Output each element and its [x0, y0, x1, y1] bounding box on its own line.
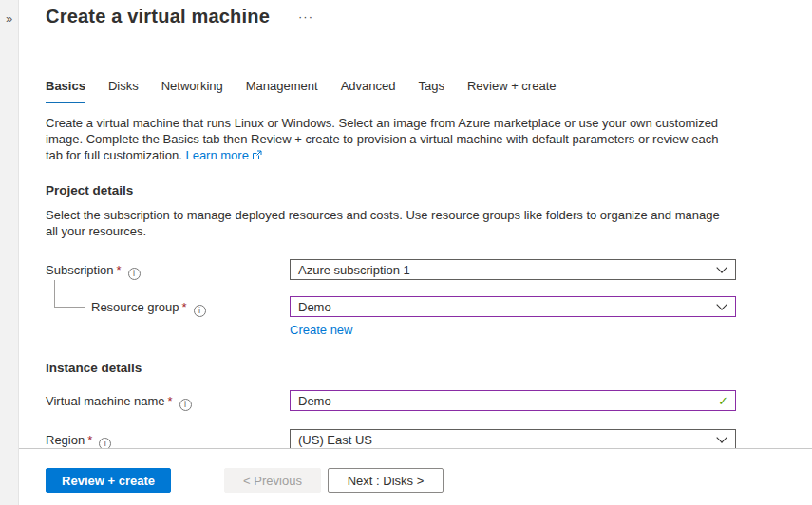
vm-name-field: ✓	[290, 390, 736, 411]
blade-header: Create a virtual machine ···	[46, 6, 812, 28]
next-disks-button[interactable]: Next : Disks >	[328, 468, 444, 493]
intro-paragraph: Create a virtual machine that runs Linux…	[46, 116, 719, 162]
region-label-text: Region	[46, 433, 85, 447]
validation-check-icon: ✓	[718, 394, 728, 408]
create-vm-blade: Create a virtual machine ··· Basics Disk…	[19, 0, 812, 448]
vm-name-input[interactable]	[291, 391, 735, 410]
project-details-description: Select the subscription to manage deploy…	[46, 207, 735, 239]
review-create-button[interactable]: Review + create	[46, 468, 171, 493]
tab-review-create[interactable]: Review + create	[467, 79, 557, 103]
vm-name-row: Virtual machine name*i ✓	[46, 390, 812, 411]
chevron-down-icon	[716, 262, 727, 272]
tab-disks[interactable]: Disks	[108, 79, 139, 103]
resource-group-value: Demo	[298, 300, 718, 314]
subscription-label: Subscription*i	[46, 259, 290, 280]
tab-strip: Basics Disks Networking Management Advan…	[46, 79, 812, 103]
region-label: Region*i	[46, 429, 290, 448]
intro-text: Create a virtual machine that runs Linux…	[46, 115, 735, 164]
external-link-icon	[252, 148, 262, 164]
tab-tags[interactable]: Tags	[418, 79, 444, 103]
tab-advanced[interactable]: Advanced	[341, 79, 396, 103]
resource-group-label-text: Resource group	[91, 300, 179, 314]
required-asterisk: *	[182, 300, 187, 314]
page-title: Create a virtual machine	[46, 6, 270, 28]
region-select[interactable]: (US) East US	[290, 429, 736, 448]
learn-more-link[interactable]: Learn more	[185, 148, 248, 162]
more-options-icon[interactable]: ···	[294, 10, 317, 24]
blade-footer: Review + create < Previous Next : Disks …	[19, 448, 812, 505]
subscription-row: Subscription*i Azure subscription 1	[46, 259, 812, 280]
info-icon[interactable]: i	[99, 438, 111, 449]
instance-details-heading: Instance details	[46, 361, 812, 375]
tab-basics[interactable]: Basics	[46, 79, 85, 103]
resource-group-row: Resource group*i Demo Create new	[46, 296, 812, 338]
tree-connector-line	[54, 280, 85, 308]
required-asterisk: *	[87, 433, 92, 447]
vm-name-label: Virtual machine name*i	[46, 390, 290, 411]
resource-group-select[interactable]: Demo	[290, 296, 736, 317]
info-icon[interactable]: i	[128, 268, 141, 280]
required-asterisk: *	[117, 263, 122, 277]
project-details-heading: Project details	[46, 183, 812, 197]
subscription-value: Azure subscription 1	[298, 263, 718, 277]
region-row: Region*i (US) East US	[46, 429, 812, 448]
required-asterisk: *	[168, 394, 173, 408]
info-icon[interactable]: i	[179, 399, 192, 411]
create-new-resource-group-link[interactable]: Create new	[290, 323, 352, 337]
chevron-down-icon	[716, 299, 727, 309]
vm-name-label-text: Virtual machine name	[46, 394, 165, 408]
previous-button: < Previous	[224, 468, 321, 493]
chevron-down-icon	[716, 432, 727, 442]
expand-sidebar-icon[interactable]: »	[0, 11, 18, 26]
tab-management[interactable]: Management	[246, 79, 318, 103]
subscription-select[interactable]: Azure subscription 1	[290, 259, 736, 280]
region-value: (US) East US	[298, 433, 718, 447]
info-icon[interactable]: i	[194, 305, 206, 317]
collapsed-sidebar: »	[0, 0, 19, 505]
subscription-label-text: Subscription	[46, 263, 114, 277]
tab-networking[interactable]: Networking	[161, 79, 223, 103]
